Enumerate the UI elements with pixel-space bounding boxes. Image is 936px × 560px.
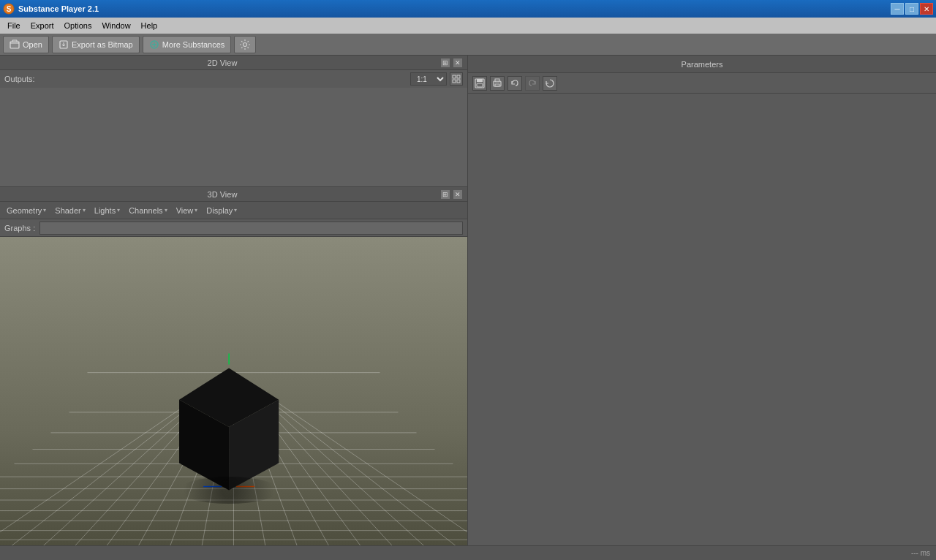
open-button[interactable]: Open	[3, 36, 49, 53]
view3d-menu-display[interactable]: Display▾	[203, 205, 241, 216]
view3d-menu-geometry[interactable]: Geometry▾	[3, 205, 50, 216]
graphs-label: Graphs :	[4, 224, 35, 232]
svg-rect-9	[457, 80, 460, 83]
svg-rect-6	[453, 75, 456, 78]
menubar: FileExportOptionsWindowHelp	[0, 18, 936, 34]
params-toolbar	[468, 73, 936, 94]
app-title: Substance Player 2.1	[18, 4, 99, 13]
svg-rect-15	[495, 84, 499, 86]
svg-rect-7	[457, 75, 460, 78]
params-save-button[interactable]	[472, 76, 487, 91]
view3d-pin-button[interactable]: ⊞	[440, 189, 450, 200]
status-text: --- ms	[911, 549, 930, 557]
view2d-controls-right: ⊞ ✕	[440, 58, 463, 68]
menu-item-export[interactable]: Export	[26, 20, 58, 31]
menu-item-help[interactable]: Help	[137, 20, 162, 31]
titlebar: S Substance Player 2.1 ─ □ ✕	[0, 0, 936, 18]
settings-button[interactable]	[234, 36, 256, 53]
view2d-title: 2D View	[4, 58, 440, 67]
params-undo-button[interactable]	[507, 76, 522, 91]
toolbar: Open Export as Bitmap More Substances	[0, 34, 936, 56]
menu-item-options[interactable]: Options	[60, 20, 97, 31]
params-title: Parameters	[472, 60, 932, 69]
titlebar-controls: ─ □ ✕	[891, 3, 933, 15]
view2d-panel: 2D View ⊞ ✕ Outputs: 1:1 1:2 2:1	[0, 56, 467, 187]
outputs-label: Outputs:	[4, 75, 35, 83]
view3d-menubar: Geometry▾Shader▾Lights▾Channels▾View▾Dis…	[0, 202, 467, 219]
zoom-select[interactable]: 1:1 1:2 2:1	[410, 72, 447, 86]
restore-button[interactable]: □	[905, 3, 918, 15]
3d-viewport[interactable]	[0, 237, 467, 560]
view3d-titlebar: 3D View ⊞ ✕	[0, 187, 467, 202]
view3d-controls-right: ⊞ ✕	[440, 189, 463, 200]
view2d-pin-button[interactable]: ⊞	[440, 58, 450, 68]
svg-rect-12	[477, 83, 483, 87]
menu-item-file[interactable]: File	[3, 20, 25, 31]
svg-text:S: S	[7, 5, 12, 13]
statusbar: --- ms	[0, 545, 936, 560]
view3d-title: 3D View	[4, 190, 440, 199]
minimize-button[interactable]: ─	[891, 3, 904, 15]
substances-icon	[149, 39, 159, 50]
left-panel: 2D View ⊞ ✕ Outputs: 1:1 1:2 2:1	[0, 56, 468, 560]
titlebar-left: S Substance Player 2.1	[3, 3, 99, 15]
params-refresh-button[interactable]	[543, 76, 557, 91]
view3d-graphs: Graphs :	[0, 219, 467, 237]
viewport-canvas	[0, 237, 467, 560]
menu-item-window[interactable]: Window	[97, 20, 135, 31]
view2d-close-button[interactable]: ✕	[453, 58, 463, 68]
params-print-button[interactable]	[490, 76, 505, 91]
gear-icon	[239, 39, 251, 50]
export-icon	[58, 39, 69, 50]
view2d-content	[0, 88, 467, 186]
view3d-menu-shader[interactable]: Shader▾	[51, 205, 88, 216]
svg-point-5	[244, 42, 247, 46]
params-content	[468, 94, 936, 560]
view3d-close-button[interactable]: ✕	[453, 189, 463, 200]
fit-view-button[interactable]	[450, 72, 463, 86]
right-panel: Parameters	[468, 56, 936, 560]
params-redo-button[interactable]	[525, 76, 540, 91]
svg-rect-2	[10, 42, 19, 48]
close-button[interactable]: ✕	[920, 3, 933, 15]
view3d-panel: 3D View ⊞ ✕ Geometry▾Shader▾Lights▾Chann…	[0, 187, 467, 560]
main-layout: 2D View ⊞ ✕ Outputs: 1:1 1:2 2:1	[0, 56, 936, 560]
svg-rect-8	[453, 80, 456, 83]
app-icon: S	[3, 3, 15, 15]
more-substances-button[interactable]: More Substances	[143, 36, 232, 53]
view3d-menu-lights[interactable]: Lights▾	[91, 205, 124, 216]
graphs-dropdown[interactable]	[39, 222, 463, 235]
svg-rect-11	[477, 79, 483, 82]
params-titlebar: Parameters	[468, 56, 936, 73]
export-bitmap-button[interactable]: Export as Bitmap	[52, 36, 140, 53]
view3d-menu-channels[interactable]: Channels▾	[125, 205, 170, 216]
view2d-titlebar: 2D View ⊞ ✕	[0, 56, 467, 70]
open-icon	[10, 39, 20, 50]
view3d-menu-view[interactable]: View▾	[173, 205, 202, 216]
view2d-toolbar: Outputs: 1:1 1:2 2:1	[0, 70, 467, 88]
